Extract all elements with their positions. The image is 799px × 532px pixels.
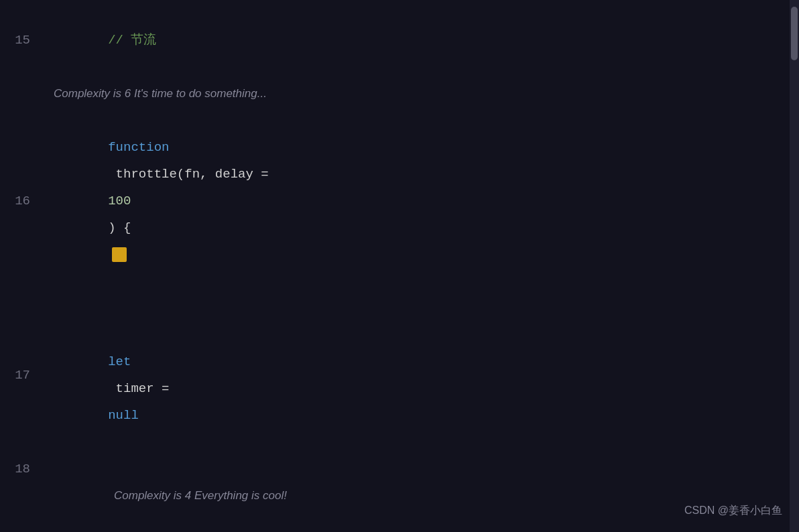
line-content-16: function throttle(fn, delay = 100 ) { <box>44 107 799 295</box>
line-content-17: let timer = null <box>44 295 799 456</box>
line-number-17: 17 <box>0 362 44 389</box>
line-number-18: 18 <box>0 456 44 482</box>
watermark: CSDN @姜香小白鱼 <box>684 497 782 524</box>
line-content-18 <box>44 456 799 482</box>
hint-complexity-6: Complexity is 6 It's time to do somethin… <box>0 80 799 107</box>
line-15: 15 // 节流 <box>0 0 799 80</box>
hint-text-6: Complexity is 6 It's time to do somethin… <box>54 80 267 107</box>
line-17: 17 let timer = null <box>0 295 799 456</box>
line-19: 19 return function () { <box>0 509 799 532</box>
comment-text: // 节流 <box>108 33 156 48</box>
line-16: 16 function throttle(fn, delay = 100 ) { <box>0 107 799 295</box>
hint-text-4: Complexity is 4 Everything is cool! <box>114 482 287 509</box>
line-18: 18 <box>0 456 799 482</box>
code-area: 15 // 节流 Complexity is 6 It's time to do… <box>0 0 799 532</box>
code-editor: 15 // 节流 Complexity is 6 It's time to do… <box>0 0 799 532</box>
hint-complexity-4: Complexity is 4 Everything is cool! <box>0 482 799 509</box>
complexity-box-yellow <box>112 247 127 262</box>
line-content-15: // 节流 <box>44 0 799 80</box>
scrollbar[interactable] <box>790 0 799 532</box>
line-number-16: 16 <box>0 188 44 214</box>
scrollbar-thumb[interactable] <box>791 7 798 60</box>
line-number-15: 15 <box>0 27 44 54</box>
